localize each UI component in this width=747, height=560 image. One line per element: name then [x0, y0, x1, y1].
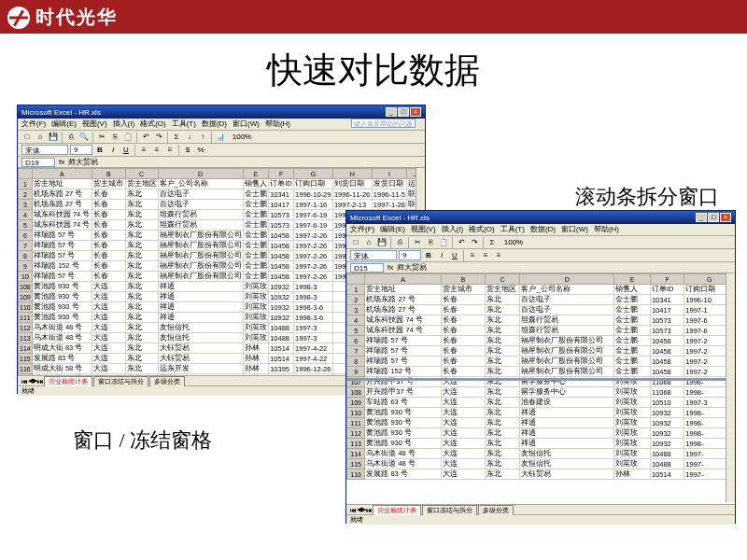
align-left-icon[interactable]: ≡ — [138, 145, 149, 156]
table-row[interactable]: 9祥瑞路 152 号长春东北福星制衣厂股份有限公司金士鹏104581997-2 — [347, 367, 735, 377]
menu-view[interactable]: 视图(V) — [82, 119, 107, 130]
align-center-icon[interactable]: ≡ — [480, 250, 491, 261]
table-row[interactable]: 3机场东路 27 号长春东北百达电子金士鹏104171997-1-161997-… — [19, 200, 425, 210]
table-row[interactable]: 109车站路 63 号大连东北池春建设刘英玫105101997-3 — [347, 398, 735, 408]
table-row[interactable]: 4城东科技园 74 号长春东北坦森行贸易金士鹏105731997-6 — [347, 315, 735, 326]
font-name-select[interactable]: 宋体 — [21, 145, 68, 155]
menu-window[interactable]: 窗口(W) — [561, 224, 588, 235]
menu-file[interactable]: 文件(F) — [350, 224, 374, 235]
copy-icon[interactable]: ⎘ — [425, 237, 436, 248]
sheet-tab[interactable]: 窗口冻结与拆分 — [93, 376, 148, 386]
table-row[interactable]: 110黄池路 930 号大连东北祥通刘英玫109321998- — [347, 408, 735, 418]
undo-icon[interactable]: ↶ — [140, 132, 151, 143]
table-row[interactable]: 5城东科技园 74 号长春东北坦森行贸易金士鹏105731997-6 — [347, 326, 735, 336]
align-center-icon[interactable]: ≡ — [151, 145, 162, 156]
tab-nav-last-icon[interactable]: ⏭ — [366, 507, 373, 513]
underline-icon[interactable]: U — [120, 145, 132, 156]
new-icon[interactable]: □ — [350, 237, 361, 248]
sort-asc-icon[interactable]: ↓ — [184, 132, 195, 143]
sheet-tab-active[interactable]: 营业额统计表 — [373, 505, 421, 515]
underline-icon[interactable]: U — [449, 250, 460, 261]
menu-edit[interactable]: 编辑(E) — [380, 224, 405, 235]
name-box[interactable]: D15 — [350, 263, 384, 273]
table-row[interactable]: 116发展路 83 号大连东北大钰贸易孙林105141997- — [347, 469, 735, 480]
table-row[interactable]: 3机场东路 27 号长春东北百达电子金士鹏104171997-1 — [347, 305, 735, 315]
table-row[interactable]: 113黄池路 930 号大连东北祥通刘英玫109321998- — [347, 439, 735, 449]
formula-bar[interactable]: D15 fx 师大贸易 — [346, 262, 735, 273]
menu-help[interactable]: 帮助(H) — [265, 119, 290, 130]
italic-icon[interactable]: I — [436, 250, 447, 261]
redo-icon[interactable]: ↷ — [153, 132, 164, 143]
cut-icon[interactable]: ✂ — [412, 237, 423, 248]
sheet-tab[interactable]: 窗口冻结与拆分 — [422, 505, 477, 515]
bold-icon[interactable]: B — [423, 250, 434, 261]
menu-format[interactable]: 格式(O) — [140, 119, 166, 130]
undo-icon[interactable]: ↶ — [456, 237, 467, 248]
align-right-icon[interactable]: ≡ — [493, 250, 504, 261]
new-icon[interactable]: □ — [21, 132, 33, 143]
table-row[interactable]: 2机场东路 27 号长春东北百达电子金士鹏103411996-10-291996… — [19, 189, 425, 200]
tab-nav-first-icon[interactable]: ⏮ — [21, 378, 28, 385]
font-size-select[interactable]: 9 — [70, 145, 92, 155]
font-name-select[interactable]: 宋体 — [350, 250, 397, 260]
bold-icon[interactable]: B — [94, 145, 106, 156]
paste-icon[interactable]: 📋 — [122, 132, 134, 143]
align-right-icon[interactable]: ≡ — [164, 145, 176, 156]
fx-icon[interactable]: fx — [388, 263, 393, 272]
menubar[interactable]: 文件(F) 编辑(E) 视图(V) 插入(I) 格式(O) 工具(T) 数据(D… — [18, 119, 425, 131]
table-row[interactable]: 115乌木街道 48 号大连东北友恒信托刘英玫104881997- — [347, 459, 735, 469]
sum-icon[interactable]: Σ — [171, 132, 182, 143]
table-row[interactable]: 6祥瑞路 57 号长春东北福星制衣厂股份有限公司金士鹏104581997-2 — [347, 336, 735, 346]
align-left-icon[interactable]: ≡ — [467, 250, 478, 261]
menu-data[interactable]: 数据(D) — [202, 119, 227, 130]
print-icon[interactable]: ⎙ — [65, 132, 77, 143]
menu-window[interactable]: 窗口(W) — [233, 119, 260, 130]
format-toolbar[interactable]: 宋体 9 B I U ≡ ≡ ≡ $ % — [18, 144, 425, 157]
menu-format[interactable]: 格式(O) — [469, 224, 495, 235]
sheet-tab-active[interactable]: 营业额统计表 — [44, 376, 92, 386]
table-row[interactable]: 112黄池路 930 号大连东北祥通刘英玫109321998- — [347, 428, 735, 439]
table-row[interactable]: 8祥瑞路 57 号长春东北福星制衣厂股份有限公司金士鹏104581997-2 — [347, 357, 735, 367]
percent-icon[interactable]: % — [195, 145, 206, 156]
table-row[interactable]: 114乌木街道 48 号大连东北友恒信托刘英玫104881997- — [347, 449, 735, 459]
sum-icon[interactable]: Σ — [486, 237, 498, 248]
maximize-icon[interactable]: □ — [398, 107, 409, 117]
open-icon[interactable]: ⌂ — [35, 132, 46, 143]
maximize-icon[interactable]: □ — [708, 213, 719, 222]
save-icon[interactable]: 💾 — [376, 237, 388, 248]
menu-data[interactable]: 数据(D) — [530, 224, 556, 235]
sheet-tab-bar[interactable]: ⏮ ◀ ▶ ⏭ 营业额统计表 窗口冻结与拆分 多级分类 — [346, 504, 735, 514]
menu-insert[interactable]: 插入(I) — [442, 224, 464, 235]
split-bar-horizontal[interactable] — [346, 378, 735, 381]
paste-icon[interactable]: 📋 — [438, 237, 449, 248]
save-icon[interactable]: 💾 — [48, 132, 59, 143]
fx-icon[interactable]: fx — [59, 158, 64, 166]
formula-bar[interactable]: D19 fx 师大贸易 — [18, 157, 425, 168]
table-row[interactable]: 108开兴路甲37 号大连东北留学服务中心刘英玫110681998- — [347, 387, 735, 398]
sort-desc-icon[interactable]: ↑ — [197, 132, 208, 143]
italic-icon[interactable]: I — [107, 145, 119, 156]
menu-view[interactable]: 视图(V) — [411, 224, 436, 235]
standard-toolbar[interactable]: □ ⌂ 💾 ⎙ 🔍 ✂ ⎘ 📋 ↶ ↷ Σ ↓ ↑ 📊 100% — [18, 131, 425, 144]
table-row[interactable]: 111黄池路 930 号大连东北祥通刘英玫109321998- — [347, 418, 735, 428]
menu-tools[interactable]: 工具(T) — [500, 224, 525, 235]
titlebar[interactable]: Microsoft Excel - HR.xls _ □ × — [18, 105, 425, 119]
table-row[interactable]: 7祥瑞路 57 号长春东北福星制衣厂股份有限公司金士鹏104581997-2 — [347, 346, 735, 357]
zoom-select[interactable]: 100% — [228, 132, 256, 143]
minimize-icon[interactable]: _ — [696, 213, 707, 222]
print-icon[interactable]: ⎙ — [394, 237, 405, 248]
vertical-scrollbar[interactable] — [726, 273, 735, 502]
currency-icon[interactable]: $ — [182, 145, 193, 156]
titlebar[interactable]: Microsoft Excel - HR.xls _ □ × — [346, 211, 735, 224]
spreadsheet-grid[interactable]: ABCDEFG1货主地址货主城市货主地区客户_公司名称销售人订单ID订购日期2机… — [346, 273, 735, 504]
preview-icon[interactable]: 🔍 — [78, 132, 90, 143]
close-icon[interactable]: × — [720, 213, 731, 222]
sheet-tab[interactable]: 多级分类 — [149, 376, 185, 386]
minimize-icon[interactable]: _ — [386, 107, 397, 117]
menu-help[interactable]: 帮助(H) — [594, 224, 619, 235]
chart-icon[interactable]: 📊 — [215, 132, 226, 143]
table-row[interactable]: 1货主地址货主城市货主地区客户_公司名称销售人订单ID订购日期到货日期发货日期运… — [19, 179, 425, 189]
zoom-select[interactable]: 100% — [500, 237, 528, 248]
menu-file[interactable]: 文件(F) — [21, 119, 46, 130]
redo-icon[interactable]: ↷ — [469, 237, 480, 248]
